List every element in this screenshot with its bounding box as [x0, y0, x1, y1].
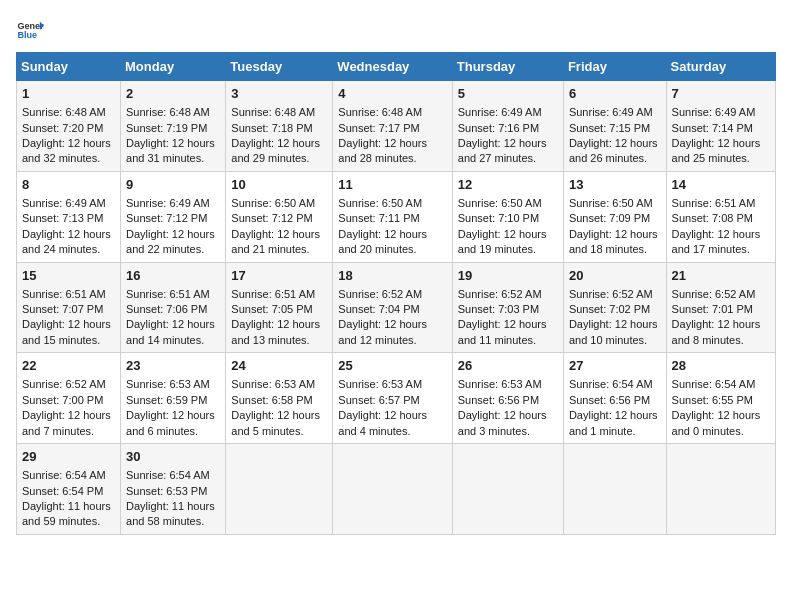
sunset: Sunset: 6:59 PM: [126, 394, 207, 406]
calendar-cell: [226, 444, 333, 535]
day-number: 22: [22, 357, 115, 375]
day-number: 28: [672, 357, 770, 375]
sunset: Sunset: 7:12 PM: [126, 212, 207, 224]
sunset: Sunset: 7:10 PM: [458, 212, 539, 224]
sunrise: Sunrise: 6:51 AM: [22, 288, 106, 300]
day-number: 12: [458, 176, 558, 194]
daylight: Daylight: 12 hours and 31 minutes.: [126, 137, 215, 164]
calendar-body: 1Sunrise: 6:48 AMSunset: 7:20 PMDaylight…: [17, 81, 776, 535]
day-number: 13: [569, 176, 661, 194]
sunrise: Sunrise: 6:49 AM: [458, 106, 542, 118]
week-row-3: 15Sunrise: 6:51 AMSunset: 7:07 PMDayligh…: [17, 262, 776, 353]
calendar-cell: 30Sunrise: 6:54 AMSunset: 6:53 PMDayligh…: [121, 444, 226, 535]
daylight: Daylight: 12 hours and 1 minute.: [569, 409, 658, 436]
daylight: Daylight: 12 hours and 14 minutes.: [126, 318, 215, 345]
calendar-cell: 2Sunrise: 6:48 AMSunset: 7:19 PMDaylight…: [121, 81, 226, 172]
sunrise: Sunrise: 6:49 AM: [672, 106, 756, 118]
calendar-cell: 29Sunrise: 6:54 AMSunset: 6:54 PMDayligh…: [17, 444, 121, 535]
daylight: Daylight: 12 hours and 20 minutes.: [338, 228, 427, 255]
day-number: 3: [231, 85, 327, 103]
daylight: Daylight: 12 hours and 22 minutes.: [126, 228, 215, 255]
calendar-cell: 27Sunrise: 6:54 AMSunset: 6:56 PMDayligh…: [563, 353, 666, 444]
calendar-cell: 15Sunrise: 6:51 AMSunset: 7:07 PMDayligh…: [17, 262, 121, 353]
sunset: Sunset: 7:18 PM: [231, 122, 312, 134]
sunset: Sunset: 7:08 PM: [672, 212, 753, 224]
day-number: 17: [231, 267, 327, 285]
sunrise: Sunrise: 6:49 AM: [126, 197, 210, 209]
daylight: Daylight: 12 hours and 26 minutes.: [569, 137, 658, 164]
column-header-saturday: Saturday: [666, 53, 775, 81]
week-row-2: 8Sunrise: 6:49 AMSunset: 7:13 PMDaylight…: [17, 171, 776, 262]
sunrise: Sunrise: 6:53 AM: [338, 378, 422, 390]
daylight: Daylight: 12 hours and 8 minutes.: [672, 318, 761, 345]
week-row-5: 29Sunrise: 6:54 AMSunset: 6:54 PMDayligh…: [17, 444, 776, 535]
daylight: Daylight: 12 hours and 10 minutes.: [569, 318, 658, 345]
sunset: Sunset: 7:06 PM: [126, 303, 207, 315]
day-number: 1: [22, 85, 115, 103]
sunrise: Sunrise: 6:48 AM: [338, 106, 422, 118]
sunset: Sunset: 7:12 PM: [231, 212, 312, 224]
daylight: Daylight: 12 hours and 13 minutes.: [231, 318, 320, 345]
calendar-cell: 11Sunrise: 6:50 AMSunset: 7:11 PMDayligh…: [333, 171, 452, 262]
sunset: Sunset: 7:02 PM: [569, 303, 650, 315]
sunset: Sunset: 6:58 PM: [231, 394, 312, 406]
sunrise: Sunrise: 6:51 AM: [231, 288, 315, 300]
daylight: Daylight: 12 hours and 5 minutes.: [231, 409, 320, 436]
column-header-thursday: Thursday: [452, 53, 563, 81]
day-number: 9: [126, 176, 220, 194]
calendar-cell: [452, 444, 563, 535]
sunset: Sunset: 7:05 PM: [231, 303, 312, 315]
day-number: 25: [338, 357, 446, 375]
day-number: 7: [672, 85, 770, 103]
sunrise: Sunrise: 6:52 AM: [338, 288, 422, 300]
sunset: Sunset: 7:14 PM: [672, 122, 753, 134]
calendar-cell: 18Sunrise: 6:52 AMSunset: 7:04 PMDayligh…: [333, 262, 452, 353]
week-row-4: 22Sunrise: 6:52 AMSunset: 7:00 PMDayligh…: [17, 353, 776, 444]
calendar-cell: 22Sunrise: 6:52 AMSunset: 7:00 PMDayligh…: [17, 353, 121, 444]
column-header-wednesday: Wednesday: [333, 53, 452, 81]
sunset: Sunset: 7:11 PM: [338, 212, 419, 224]
calendar-cell: [666, 444, 775, 535]
day-number: 2: [126, 85, 220, 103]
daylight: Daylight: 12 hours and 7 minutes.: [22, 409, 111, 436]
sunrise: Sunrise: 6:54 AM: [126, 469, 210, 481]
daylight: Daylight: 12 hours and 12 minutes.: [338, 318, 427, 345]
sunrise: Sunrise: 6:50 AM: [569, 197, 653, 209]
daylight: Daylight: 12 hours and 19 minutes.: [458, 228, 547, 255]
calendar-table: SundayMondayTuesdayWednesdayThursdayFrid…: [16, 52, 776, 535]
calendar-cell: 9Sunrise: 6:49 AMSunset: 7:12 PMDaylight…: [121, 171, 226, 262]
day-number: 6: [569, 85, 661, 103]
calendar-cell: 19Sunrise: 6:52 AMSunset: 7:03 PMDayligh…: [452, 262, 563, 353]
day-number: 16: [126, 267, 220, 285]
calendar-cell: 24Sunrise: 6:53 AMSunset: 6:58 PMDayligh…: [226, 353, 333, 444]
sunrise: Sunrise: 6:52 AM: [569, 288, 653, 300]
day-number: 29: [22, 448, 115, 466]
logo-icon: General Blue: [16, 16, 44, 44]
daylight: Daylight: 12 hours and 21 minutes.: [231, 228, 320, 255]
sunrise: Sunrise: 6:54 AM: [22, 469, 106, 481]
day-number: 21: [672, 267, 770, 285]
day-number: 23: [126, 357, 220, 375]
logo: General Blue: [16, 16, 48, 44]
daylight: Daylight: 12 hours and 29 minutes.: [231, 137, 320, 164]
sunset: Sunset: 6:56 PM: [569, 394, 650, 406]
calendar-cell: 20Sunrise: 6:52 AMSunset: 7:02 PMDayligh…: [563, 262, 666, 353]
svg-text:Blue: Blue: [17, 30, 37, 40]
sunset: Sunset: 7:20 PM: [22, 122, 103, 134]
sunrise: Sunrise: 6:50 AM: [458, 197, 542, 209]
day-number: 14: [672, 176, 770, 194]
daylight: Daylight: 12 hours and 3 minutes.: [458, 409, 547, 436]
day-number: 26: [458, 357, 558, 375]
calendar-cell: 14Sunrise: 6:51 AMSunset: 7:08 PMDayligh…: [666, 171, 775, 262]
column-header-friday: Friday: [563, 53, 666, 81]
column-header-monday: Monday: [121, 53, 226, 81]
calendar-cell: 1Sunrise: 6:48 AMSunset: 7:20 PMDaylight…: [17, 81, 121, 172]
sunset: Sunset: 7:04 PM: [338, 303, 419, 315]
daylight: Daylight: 12 hours and 4 minutes.: [338, 409, 427, 436]
sunrise: Sunrise: 6:52 AM: [458, 288, 542, 300]
sunset: Sunset: 7:01 PM: [672, 303, 753, 315]
calendar-cell: 10Sunrise: 6:50 AMSunset: 7:12 PMDayligh…: [226, 171, 333, 262]
sunrise: Sunrise: 6:54 AM: [569, 378, 653, 390]
daylight: Daylight: 12 hours and 27 minutes.: [458, 137, 547, 164]
sunset: Sunset: 7:15 PM: [569, 122, 650, 134]
